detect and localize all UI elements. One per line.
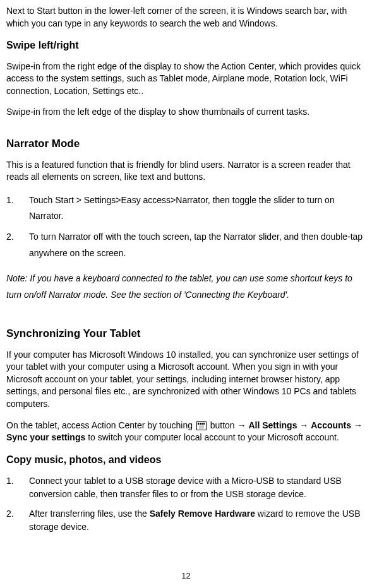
sync-heading: Synchronizing Your Tablet — [6, 326, 366, 341]
page-number: 12 — [0, 570, 372, 582]
bold-text: Accounts — [311, 420, 351, 430]
step-number: 2. — [6, 229, 29, 261]
list-item: 2. To turn Narrator off with the touch s… — [6, 229, 366, 261]
text-fragment: to switch your computer local account to… — [85, 432, 339, 442]
narrator-intro: This is a featured function that is frie… — [6, 159, 366, 184]
narrator-heading: Narrator Mode — [6, 136, 366, 151]
list-item: 1. Touch Start > Settings>Easy access>Na… — [6, 192, 366, 224]
sync-paragraph-1: If your computer has Microsoft Windows 1… — [6, 349, 366, 411]
step-content: To turn Narrator off with the touch scre… — [29, 229, 366, 261]
text-fragment: After transferring files, use the — [29, 509, 150, 519]
list-item: 1. Connect your tablet to a USB storage … — [6, 474, 366, 501]
step-content: Touch Start > Settings>Easy access>Narra… — [29, 192, 366, 224]
list-item: 2. After transferring files, use the Saf… — [6, 507, 366, 534]
action-center-icon — [196, 421, 207, 430]
step-number: 1. — [6, 474, 29, 501]
text-fragment: → — [297, 420, 311, 430]
step-content: Connect your tablet to a USB storage dev… — [29, 474, 366, 501]
bold-text: All Settings — [248, 420, 297, 430]
copy-heading: Copy music, photos, and videos — [6, 453, 366, 467]
bold-text: Safely Remove Hardware — [150, 509, 255, 519]
sync-paragraph-2: On the tablet, access Action Center by t… — [6, 420, 366, 444]
swipe-paragraph-1: Swipe-in from the right edge of the disp… — [6, 61, 366, 98]
intro-paragraph: Next to Start button in the lower-left c… — [6, 5, 366, 30]
text-fragment: button → — [208, 420, 249, 430]
step-content: After transferring files, use the Safely… — [29, 507, 366, 534]
narrator-note: Note: If you have a keyboard connected t… — [6, 270, 366, 303]
step-number: 2. — [6, 507, 29, 534]
swipe-heading: Swipe left/right — [6, 38, 366, 52]
step-number: 1. — [6, 192, 29, 224]
copy-steps-list: 1. Connect your tablet to a USB storage … — [6, 474, 366, 534]
narrator-steps-list: 1. Touch Start > Settings>Easy access>Na… — [6, 192, 366, 261]
swipe-paragraph-2: Swipe-in from the left edge of the displ… — [6, 106, 366, 119]
text-fragment: → — [351, 420, 363, 430]
bold-text: Sync your settings — [6, 432, 85, 442]
text-fragment: On the tablet, access Action Center by t… — [6, 420, 195, 430]
